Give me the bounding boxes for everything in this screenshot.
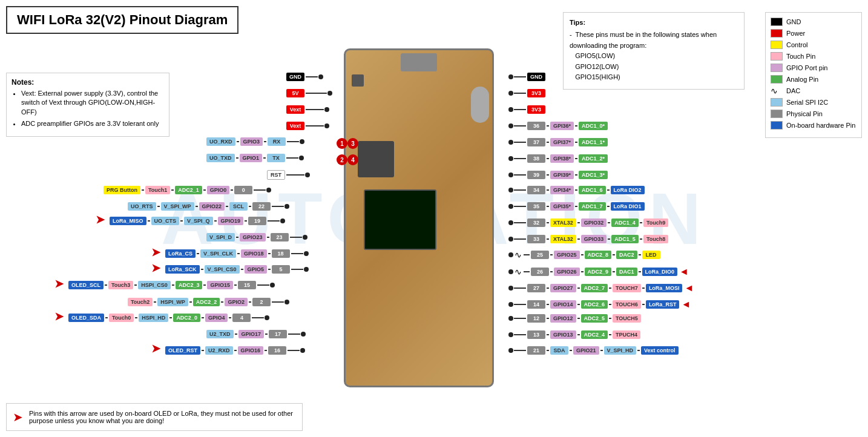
pin-3v3-2: 3V3 <box>527 105 545 114</box>
notes-item-2: ADC preamplifier GPIOs are 3.3V tolerant… <box>21 119 164 128</box>
line <box>306 109 324 110</box>
pin-adc2-1: ADC2_1 <box>175 186 202 194</box>
pin-vext2: Vext <box>286 122 304 130</box>
pin-touch9: Touch9 <box>643 218 668 227</box>
pin-row-gpio15: OLED_SCL Touch3 HSPI_CS0 ADC2_3 GPIO15 1… <box>68 281 275 289</box>
dot <box>508 316 513 321</box>
dot <box>305 172 310 177</box>
pin-22: 22 <box>252 202 271 211</box>
pin-scl: SCL <box>229 202 248 211</box>
pin-18: 18 <box>272 249 290 258</box>
pin-adc1-1: ADC1_1* <box>579 138 608 146</box>
dot <box>301 332 306 337</box>
pin-row-gpio5: LoRa_SCK V_SPI_CS0 GPIO5 5 <box>165 265 309 274</box>
dot <box>270 283 275 288</box>
line <box>306 125 324 126</box>
pin-row-gpio39: 39 GPI39* ADC1_3* <box>508 171 608 179</box>
dot <box>300 348 305 353</box>
pin-v-spi-wp: V_SPI_WP <box>161 202 194 211</box>
pin-38: 38 <box>527 154 545 163</box>
arrow-lora-rst: ◄ <box>681 299 691 310</box>
pin-row-3v3-2: 3V3 <box>508 105 546 114</box>
pin-row-gpio34: 34 GPI34* ADC1_6 LoRa DIO2 <box>508 186 645 194</box>
pin-35: 35 <box>527 202 545 211</box>
pin-gpio27: GPIO27 <box>550 284 576 292</box>
dot <box>508 204 513 209</box>
pin-uo-cts: UO_CTS <box>151 217 180 225</box>
dot <box>265 315 269 320</box>
pin-vext1: Vext <box>286 105 304 114</box>
pin-0: 0 <box>234 186 252 194</box>
pin-lora-dio2: LoRa DIO2 <box>611 186 645 194</box>
pin-row-gpio18: LoRa_CS V_SPI_CLK GPIO18 18 <box>165 249 309 258</box>
pin-adc2-7: ADC2_7 <box>581 284 608 292</box>
pin-gpio1: GPIO1 <box>240 154 263 162</box>
pin-row-gpio33: 33 XTAL32 GPIO33 ADC1_5 Touch8 <box>508 235 669 243</box>
chip <box>358 141 394 177</box>
dot <box>508 172 513 177</box>
pin-tx: TX <box>267 154 285 162</box>
arrow-oled-sda: ➤ <box>54 310 64 323</box>
oled-display <box>364 189 436 250</box>
usb-port <box>401 53 437 71</box>
pin-adc2-2: ADC2_2 <box>193 298 220 306</box>
pin-39: 39 <box>527 171 545 179</box>
pin-row-gpio4: OLED_SDA Touch0 HSPI_HD ADC2_0 GPIO4 4 <box>68 314 269 322</box>
pin-adc2-8-25: ADC2_8 <box>585 251 612 259</box>
pin-xtal32-1: XTAL32 <box>550 218 576 227</box>
pin-2: 2 <box>252 298 271 306</box>
dot <box>300 139 304 144</box>
notes-item-1: Vext: External power supply (3.3V), cont… <box>21 89 164 117</box>
pin-oled-scl: OLED_SCL <box>68 281 104 289</box>
pin-gpi35: GPI35* <box>550 202 574 211</box>
num-badge-1: 1 <box>337 138 347 149</box>
pin-gnd-right: GND <box>527 73 545 81</box>
legend-gpio-port: GPIO Port pin <box>771 64 856 72</box>
pin-adc1-2: ADC1_2* <box>579 154 608 163</box>
dot <box>508 107 513 112</box>
pin-rst: RST <box>267 170 285 180</box>
pin-gpi38: GPI38* <box>550 154 574 163</box>
pin-u2-rxd: U2_RXD <box>205 346 233 355</box>
dot <box>508 91 513 96</box>
pin-adc2-9: ADC2_9 <box>585 268 612 276</box>
pin-oled-sda: OLED_SDA <box>68 314 104 322</box>
pin-touch8: Touch8 <box>643 235 668 243</box>
pin-row-gpio19: LoRa_MISO UO_CTS V_SPI_Q GPIO19 19 <box>109 217 285 225</box>
legend-power: Power <box>771 29 856 38</box>
pin-touch5: TOUCH5 <box>613 314 641 323</box>
physical-pin-label: Physical Pin <box>786 110 823 117</box>
pin-row-tx: UO_TXD GPIO1 TX <box>206 154 304 162</box>
dot <box>284 204 289 209</box>
pin-adc2-0: ADC2_0 <box>173 314 200 322</box>
pin-row-rst: RST <box>266 170 310 180</box>
num-badge-4: 4 <box>347 154 358 165</box>
pin-row-gpio26: ∿ 26 GPIO26 ADC2_9 DAC1 LoRa_DIO0 ◄ <box>508 266 688 277</box>
pin-v-spi-q: V_SPI_Q <box>184 217 213 225</box>
bottom-note-arrow: ➤ <box>13 410 23 424</box>
dot <box>324 123 329 128</box>
dot <box>284 300 289 304</box>
board <box>344 48 494 387</box>
pin-lora-dio1: LoRa DIO1 <box>611 202 645 211</box>
pin-gpi37: GPI37* <box>550 138 574 146</box>
pin-gpio25: GPIO25 <box>554 251 580 259</box>
pin-led: LED <box>642 251 660 259</box>
pin-row-gpio12: 12 GPIO12 ADC2_5 TOUCH5 <box>508 314 642 323</box>
pin-17: 17 <box>269 330 287 338</box>
main-container: AUTOMATION WIFI LoRa 32(V2) Pinout Diagr… <box>0 0 868 437</box>
dot <box>299 156 304 160</box>
arrow-lora-mosi: ◄ <box>684 283 694 294</box>
dot <box>280 218 285 223</box>
pin-4: 4 <box>232 314 251 322</box>
pin-12: 12 <box>527 314 545 323</box>
tips-box: Tips: - These pins must be in the follow… <box>563 12 745 90</box>
dot <box>508 332 513 337</box>
pin-row-gpio0: PRG Button Touch1 ADC2_1 GPIO0 0 <box>103 186 271 194</box>
pin-adc1-3: ADC1_3* <box>579 171 608 179</box>
pin-hspi-wp: HSPI_WP <box>157 298 188 306</box>
notes-list: Vext: External power supply (3.3V), cont… <box>12 89 164 129</box>
pin-v-spi-d: V_SPI_D <box>206 233 235 242</box>
line <box>306 76 318 77</box>
pin-touch2: Touch2 <box>128 298 153 306</box>
